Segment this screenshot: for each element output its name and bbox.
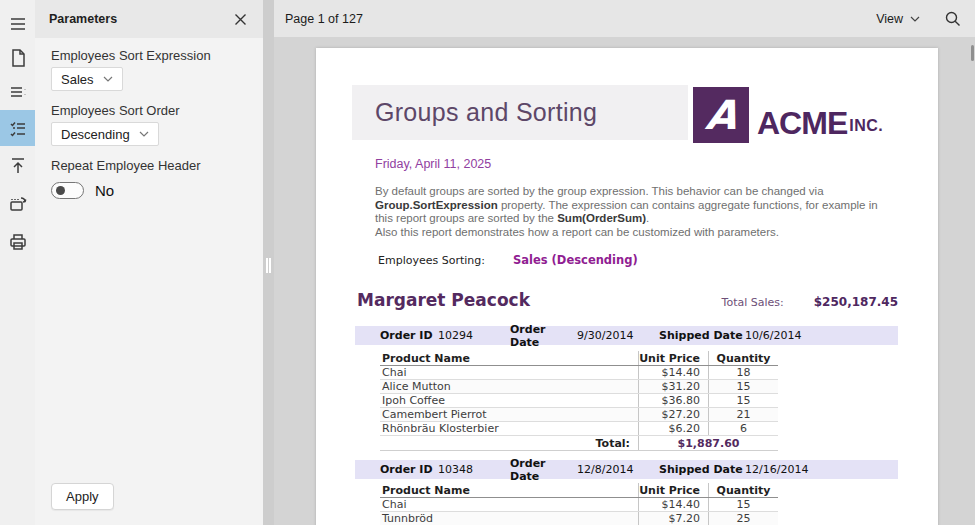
document-canvas: Groups and Sorting A ACME INC. Friday, A… <box>274 37 975 525</box>
table-cell: 15 <box>708 380 778 393</box>
order-id-value: 10294 <box>438 329 510 342</box>
report-title-band: Groups and Sorting <box>352 85 688 140</box>
table-cell: Ipoh Coffee <box>380 394 638 407</box>
table-row: Camembert Pierrot $27.20 21 <box>380 408 778 422</box>
order-date-label: Order Date <box>510 457 577 483</box>
total-sales-label: Total Sales: <box>722 296 784 309</box>
logo-brand-text: ACME <box>757 108 847 138</box>
column-header: Product Name <box>380 483 638 497</box>
group-header: Margaret Peacock Total Sales: $250,187.4… <box>357 290 898 310</box>
panel-splitter[interactable] <box>263 0 274 525</box>
shipped-date-value: 10/6/2014 <box>745 329 801 342</box>
vertical-scrollbar[interactable] <box>971 45 974 61</box>
column-header: Unit Price <box>638 483 708 497</box>
report-description: By default groups are sorted by the grou… <box>375 185 895 239</box>
column-header: Product Name <box>380 351 638 365</box>
param-label: Employees Sort Expression <box>51 48 247 63</box>
order-id-label: Order ID <box>380 463 438 476</box>
table-cell: 18 <box>708 366 778 379</box>
apply-button[interactable]: Apply <box>51 483 114 510</box>
close-icon <box>234 13 247 26</box>
close-panel-button[interactable] <box>232 11 249 28</box>
icon-rail <box>0 0 35 525</box>
table-cell: $14.40 <box>638 498 708 511</box>
toggle-knob <box>56 186 65 195</box>
table-cell: 25 <box>708 512 778 525</box>
shipped-date-label: Shipped Date <box>659 463 745 476</box>
table-row: Tunnbröd $7.20 25 <box>380 512 778 525</box>
column-header: Quantity <box>708 483 778 497</box>
refresh-preview-button[interactable] <box>0 186 35 222</box>
desc-text: Also this report demonstrates how a repo… <box>375 226 779 238</box>
search-button[interactable] <box>944 10 961 27</box>
products-table: Product Name Unit Price Quantity Chai $1… <box>380 351 778 451</box>
shipped-date-label: Shipped Date <box>659 329 745 342</box>
repeat-header-toggle[interactable] <box>51 182 84 199</box>
table-cell: Alice Mutton <box>380 380 638 393</box>
total-label: Total: <box>380 436 638 450</box>
chevron-down-icon <box>139 131 149 137</box>
parameters-panel-body: Employees Sort Expression Sales Employee… <box>35 38 263 525</box>
employee-name: Margaret Peacock <box>357 290 722 310</box>
parameters-icon <box>8 118 28 138</box>
repeat-header-toggle-row: No <box>51 182 247 199</box>
chevron-down-icon <box>910 16 920 22</box>
hamburger-icon <box>8 14 28 34</box>
page-view-button[interactable] <box>0 40 35 76</box>
document-icon <box>8 48 28 68</box>
sort-expression-dropdown[interactable]: Sales <box>51 67 123 91</box>
table-cell: Rhönbräu Klosterbier <box>380 422 638 435</box>
report-page: Groups and Sorting A ACME INC. Friday, A… <box>316 48 938 525</box>
table-cell: Tunnbröd <box>380 512 638 525</box>
search-icon <box>944 10 961 27</box>
column-header: Unit Price <box>638 351 708 365</box>
refresh-icon <box>8 194 28 214</box>
desc-text: . <box>646 212 649 224</box>
table-cell: Chai <box>380 366 638 379</box>
company-logo: A ACME INC. <box>693 86 883 143</box>
dropdown-value: Sales <box>61 72 94 87</box>
table-cell: 21 <box>708 408 778 421</box>
order-header-band: Order ID 10294 Order Date 9/30/2014 Ship… <box>355 326 898 345</box>
param-label: Repeat Employee Header <box>51 158 247 173</box>
param-field-sort-order: Employees Sort Order Descending <box>51 103 247 156</box>
table-cell: $36.80 <box>638 394 708 407</box>
table-row: Ipoh Coffee $36.80 15 <box>380 394 778 408</box>
viewer-toolbar: Page 1 of 127 View <box>274 0 975 37</box>
parameters-panel-header: Parameters <box>35 0 263 38</box>
param-field-repeat-header: Repeat Employee Header No <box>51 158 247 199</box>
employees-sorting-row: Employees Sorting: Sales (Descending) <box>378 253 638 267</box>
document-map-icon <box>8 82 28 102</box>
total-sales-value: $250,187.45 <box>814 295 898 309</box>
print-button[interactable] <box>0 224 35 260</box>
table-cell: $14.40 <box>638 366 708 379</box>
table-cell: 15 <box>708 498 778 511</box>
table-row: Chai $14.40 15 <box>380 498 778 512</box>
chevron-down-icon <box>103 76 113 82</box>
printer-icon <box>8 232 28 252</box>
shipped-date-value: 12/16/2014 <box>745 463 808 476</box>
desc-bold: Group.SortExpression <box>375 199 498 211</box>
table-cell: $7.20 <box>638 512 708 525</box>
view-menu-label: View <box>876 12 903 26</box>
table-cell: $6.20 <box>638 422 708 435</box>
menu-button[interactable] <box>0 6 35 42</box>
column-header: Quantity <box>708 351 778 365</box>
parameters-button[interactable] <box>0 110 35 146</box>
logo-mark-icon: A <box>693 87 749 143</box>
table-cell: 6 <box>708 422 778 435</box>
toolbar-right: View <box>876 10 961 27</box>
order-id-label: Order ID <box>380 329 438 342</box>
sorting-value: Sales (Descending) <box>513 253 638 267</box>
viewer-main: Page 1 of 127 View Groups and Sorting <box>274 0 975 525</box>
order-id-value: 10348 <box>438 463 510 476</box>
sorting-label: Employees Sorting: <box>378 254 485 267</box>
table-cell: 15 <box>708 394 778 407</box>
view-menu-button[interactable]: View <box>876 12 920 26</box>
export-button[interactable] <box>0 148 35 184</box>
products-table: Product Name Unit Price Quantity Chai $1… <box>380 483 778 525</box>
document-map-button[interactable] <box>0 74 35 110</box>
order-date-label: Order Date <box>510 323 577 349</box>
sort-order-dropdown[interactable]: Descending <box>51 122 159 146</box>
report-date: Friday, April 11, 2025 <box>375 157 491 171</box>
